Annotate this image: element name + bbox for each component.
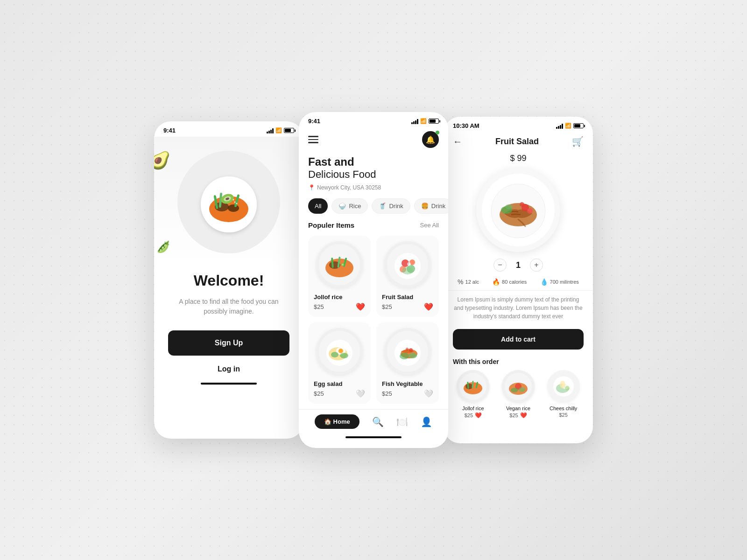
- hamburger-menu[interactable]: [308, 136, 318, 143]
- food-image-fruit-salad: [384, 241, 431, 288]
- fruit-salad-svg: [387, 244, 429, 286]
- order-img-vegan: [502, 370, 535, 403]
- svg-point-47: [527, 208, 533, 214]
- signal-icon-3: [556, 123, 563, 129]
- login-link[interactable]: Log in: [168, 365, 289, 373]
- detail-food-svg: [481, 173, 556, 247]
- ham-line-2: [308, 139, 318, 140]
- food-price-row-egg-salad: $25 🤍: [314, 389, 365, 398]
- add-to-cart-button[interactable]: Add to cart: [453, 329, 584, 350]
- percent-icon: %: [458, 278, 463, 286]
- cat-tab-drink[interactable]: 🥤 Drink: [372, 198, 410, 214]
- svg-point-40: [409, 353, 417, 358]
- see-all-button[interactable]: See All: [420, 222, 439, 229]
- food-card-fruit-salad[interactable]: Fruit Salad $25 ❤️: [376, 236, 439, 317]
- bottom-nav: 🏠 Home 🔍 🍽️ 👤: [299, 409, 448, 434]
- phone-home: 9:41 📶 🔔: [299, 112, 448, 448]
- nav-home[interactable]: 🏠 Home: [315, 414, 359, 429]
- svg-point-50: [505, 204, 513, 209]
- food-card-jollof[interactable]: Jollof rice $25 ❤️: [308, 236, 371, 317]
- heart-egg-salad[interactable]: 🤍: [356, 389, 365, 398]
- svg-point-35: [340, 353, 348, 358]
- home-icon: 🏠: [324, 418, 331, 425]
- food-price-egg-salad: $25: [314, 390, 324, 397]
- back-button[interactable]: ←: [453, 136, 462, 147]
- order-price-jollof: $25: [465, 413, 473, 418]
- profile-icon: 👤: [421, 416, 432, 427]
- svg-point-28: [407, 262, 411, 266]
- title-normal: Delicious Food: [308, 168, 439, 181]
- order-item-jollof[interactable]: Jollof rice $25 ❤️: [453, 370, 493, 419]
- order-item-chees[interactable]: Chees chilly $25: [543, 370, 584, 419]
- order-price-row-chees: $25: [559, 412, 568, 418]
- svg-point-3: [228, 204, 239, 212]
- increase-qty-button[interactable]: +: [530, 259, 543, 272]
- calories-value: 80 calories: [502, 279, 527, 285]
- alc-value: 12 alc: [465, 279, 479, 285]
- section-title: Populer Items: [308, 221, 354, 229]
- avocado-icon: 🥑: [154, 151, 170, 170]
- notification-dot: [436, 131, 439, 134]
- order-img-chees: [547, 370, 580, 403]
- cart-button[interactable]: 🛒: [572, 136, 584, 147]
- cat-tab-drink2[interactable]: 🍔 Drink: [414, 198, 448, 214]
- nutrition-row: % 12 alc 🔥 80 calories 💧 700 milintres: [444, 278, 593, 291]
- nav-profile[interactable]: 👤: [421, 416, 432, 427]
- phones-container: 9:41 📶 🥑 🫛: [154, 112, 593, 448]
- svg-point-11: [233, 199, 234, 201]
- food-image-egg-salad: [316, 328, 363, 375]
- decrease-qty-button[interactable]: −: [493, 259, 507, 272]
- order-price-vegan: $25: [509, 413, 518, 418]
- nav-orders[interactable]: 🍽️: [396, 416, 408, 427]
- order-price-row-vegan: $25 ❤️: [509, 412, 527, 419]
- nutrition-ml: 💧 700 milintres: [540, 278, 579, 286]
- food-name-fish: Fish Vegitable: [382, 380, 423, 387]
- cat-tab-all[interactable]: All: [308, 198, 328, 214]
- food-card-egg-salad[interactable]: Egg salad $25 🤍: [308, 322, 371, 404]
- heart-order-vegan[interactable]: ❤️: [520, 412, 527, 419]
- notification-button[interactable]: 🔔: [422, 131, 439, 148]
- food-grid: Jollof rice $25 ❤️: [299, 236, 448, 404]
- food-description: Lorem Ipsum is simply dummy text of the …: [444, 291, 593, 325]
- order-item-vegan[interactable]: Vegan rice $25 ❤️: [498, 370, 539, 419]
- cat-tab-rice[interactable]: 🍚 Rice: [331, 198, 368, 214]
- svg-point-53: [465, 384, 473, 389]
- time-2: 9:41: [308, 118, 320, 125]
- signup-button[interactable]: Sign Up: [168, 330, 289, 356]
- svg-point-10: [234, 202, 236, 203]
- ham-line-1: [308, 136, 318, 137]
- drop-icon: 💧: [540, 278, 548, 286]
- food-name-egg-salad: Egg salad: [314, 380, 342, 387]
- detail-header: ← Fruit Salad 🛒: [444, 132, 593, 152]
- nav-search[interactable]: 🔍: [372, 416, 384, 427]
- svg-point-12: [236, 203, 238, 204]
- welcome-title: Welcome!: [168, 272, 289, 289]
- status-bar-3: 10:30 AM 📶: [444, 117, 593, 132]
- main-header: 🔔: [299, 127, 448, 155]
- heart-fish[interactable]: 🤍: [424, 389, 433, 398]
- title-bold: Fast and: [308, 155, 354, 168]
- home-indicator-2: [345, 436, 402, 438]
- detail-price: $ 99: [444, 152, 593, 168]
- location-text: Newyork City, USA 30258: [317, 184, 381, 191]
- order-name-vegan: Vegan rice: [506, 406, 530, 411]
- status-icons-2: 📶: [411, 118, 439, 124]
- food-name-fruit-salad: Fruit Salad: [382, 294, 413, 301]
- food-image-fish: [384, 328, 431, 375]
- quantity-value: 1: [516, 260, 521, 270]
- nav-home-label: Home: [333, 418, 350, 425]
- cat-rice-icon: 🍚: [338, 203, 346, 210]
- food-price-fruit-salad: $25: [382, 303, 392, 310]
- food-card-fish[interactable]: Fish Vegitable $25 🤍: [376, 322, 439, 404]
- battery-icon-3: [573, 123, 584, 128]
- welcome-subtitle: A place to find all the food you can pos…: [168, 297, 289, 316]
- svg-point-67: [565, 386, 570, 391]
- hero-area: 🥑 🫛: [154, 137, 303, 267]
- status-icons-3: 📶: [556, 123, 584, 129]
- heart-order-jollof[interactable]: ❤️: [475, 412, 482, 419]
- food-price-row-fish: $25 🤍: [382, 389, 433, 398]
- cat-drink-icon: 🥤: [379, 203, 386, 210]
- heart-fruit-salad[interactable]: ❤️: [424, 302, 433, 311]
- heart-jollof[interactable]: ❤️: [356, 302, 365, 311]
- signal-icon-1: [267, 128, 274, 133]
